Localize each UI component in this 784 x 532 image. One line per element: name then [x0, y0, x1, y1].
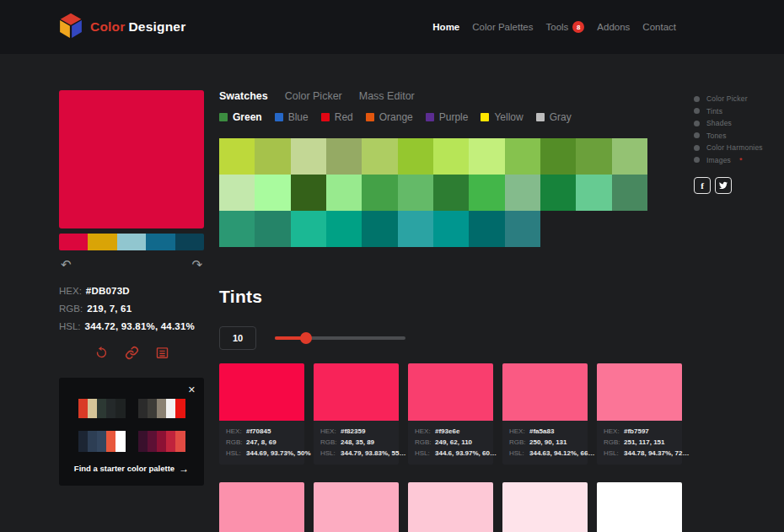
color-family-filter[interactable]: Red	[321, 111, 353, 123]
color-swatch[interactable]	[362, 175, 397, 211]
color-swatch[interactable]	[326, 138, 362, 175]
color-swatch[interactable]	[612, 138, 647, 175]
tint-card[interactable]: HEX:#fb7597 RGB:251, 117, 151 HSL:344.78…	[597, 363, 682, 465]
color-swatch[interactable]	[255, 138, 290, 175]
rotate-reset-icon[interactable]	[94, 346, 109, 360]
color-family-filter[interactable]: Green	[219, 111, 262, 123]
tint-count-input[interactable]	[219, 326, 256, 350]
tint-color	[502, 482, 588, 532]
nav-item[interactable]: Tools 8	[545, 21, 584, 33]
details-list-icon[interactable]	[155, 346, 169, 360]
filter-color-square	[481, 113, 489, 121]
bullet-dot-icon	[694, 157, 700, 163]
color-swatch[interactable]	[469, 211, 504, 247]
tool-list-item[interactable]: Color Harmonies	[694, 142, 778, 154]
color-family-filter[interactable]: Yellow	[481, 111, 523, 123]
color-swatch[interactable]	[219, 175, 255, 211]
close-icon[interactable]: ✕	[188, 384, 196, 395]
color-swatch[interactable]	[469, 138, 504, 175]
starter-palette[interactable]	[138, 431, 185, 452]
tint-count-slider[interactable]	[275, 332, 405, 344]
tint-card[interactable]: HEX:#f82359 RGB:248, 35, 89 HSL:344.79, …	[314, 363, 399, 465]
tab[interactable]: Mass Editor	[359, 90, 415, 102]
rgb-value-row: RGB:219, 7, 61	[59, 300, 204, 318]
palette-color[interactable]	[88, 234, 116, 250]
tool-list-item[interactable]: Images *	[694, 154, 778, 167]
color-swatch[interactable]	[576, 175, 611, 211]
twitter-button[interactable]	[715, 177, 732, 194]
color-swatch[interactable]	[219, 211, 255, 247]
nav-item[interactable]: Home	[432, 22, 459, 32]
palette-color[interactable]	[117, 234, 146, 250]
app-logo[interactable]: ColorDesigner	[59, 13, 185, 42]
hsl-value-row: HSL:344.72, 93.81%, 44.31%	[59, 318, 204, 336]
tint-card[interactable]: HEX:#ffffff	[597, 482, 682, 532]
nav-item[interactable]: Addons	[597, 22, 630, 32]
palette-color[interactable]	[175, 234, 204, 250]
tool-list-item[interactable]: Tints	[694, 105, 778, 118]
tab[interactable]: Swatches	[219, 90, 268, 102]
swatch-row	[219, 138, 682, 175]
tints-section-title: Tints	[219, 287, 682, 307]
palette-stripe	[166, 399, 175, 418]
current-color-swatch[interactable]	[59, 90, 204, 228]
slider-thumb[interactable]	[300, 332, 312, 344]
color-swatch[interactable]	[505, 175, 540, 211]
color-swatch[interactable]	[219, 138, 255, 175]
color-swatch[interactable]	[362, 138, 397, 175]
color-values: HEX:#DB073D RGB:219, 7, 61 HSL:344.72, 9…	[59, 282, 204, 336]
starter-palette[interactable]	[78, 399, 126, 418]
color-swatch[interactable]	[326, 211, 362, 247]
color-family-filter[interactable]: Purple	[426, 111, 469, 123]
color-family-filter[interactable]: Blue	[275, 111, 309, 123]
tint-card[interactable]: HEX:#fb91ac	[219, 482, 304, 532]
color-family-filter[interactable]: Orange	[366, 111, 413, 123]
facebook-button[interactable]: f	[694, 177, 711, 194]
cube-logo-icon	[59, 13, 83, 42]
tab[interactable]: Color Picker	[285, 90, 342, 102]
facebook-icon: f	[701, 180, 704, 191]
palette-stripe	[88, 399, 97, 418]
tint-card[interactable]: HEX:#fcacc1	[314, 482, 399, 532]
color-swatch[interactable]	[505, 138, 540, 175]
tool-list-item[interactable]: Tones	[694, 130, 778, 142]
social-buttons: f	[694, 177, 778, 194]
color-swatch[interactable]	[398, 211, 433, 247]
tool-list-item[interactable]: Color Picker	[694, 93, 778, 105]
tint-card[interactable]: HEX:#f93e6e RGB:249, 62, 110 HSL:344.6, …	[408, 363, 493, 465]
nav-item[interactable]: Contact	[642, 22, 676, 32]
tint-card[interactable]: HEX:#f70845 RGB:247, 8, 69 HSL:344.69, 9…	[219, 363, 304, 465]
color-swatch[interactable]	[612, 175, 647, 211]
undo-icon[interactable]: ↶	[61, 258, 72, 271]
color-swatch[interactable]	[540, 138, 576, 175]
redo-icon[interactable]: ↷	[191, 258, 202, 271]
color-swatch[interactable]	[505, 211, 540, 247]
color-family-filter[interactable]: Gray	[536, 111, 572, 123]
tool-list-item[interactable]: Shades	[694, 117, 778, 130]
color-swatch[interactable]	[326, 175, 362, 211]
palette-color[interactable]	[146, 234, 175, 250]
color-swatch[interactable]	[433, 211, 469, 247]
tint-card[interactable]: HEX:#fee3ea	[502, 482, 588, 532]
nav-item[interactable]: Color Palettes	[472, 22, 533, 32]
color-swatch[interactable]	[255, 175, 290, 211]
color-swatch[interactable]	[362, 211, 397, 247]
tint-card[interactable]: HEX:#fa5a83 RGB:250, 90, 131 HSL:344.63,…	[502, 363, 588, 465]
palette-color[interactable]	[59, 234, 88, 250]
color-swatch[interactable]	[398, 175, 433, 211]
color-swatch[interactable]	[255, 211, 290, 247]
color-swatch[interactable]	[576, 138, 611, 175]
link-icon[interactable]	[125, 346, 139, 360]
color-swatch[interactable]	[291, 211, 326, 247]
color-swatch[interactable]	[291, 175, 326, 211]
starter-palette[interactable]	[78, 431, 126, 452]
color-swatch[interactable]	[433, 138, 469, 175]
color-swatch[interactable]	[291, 138, 326, 175]
find-starter-palette-link[interactable]: Find a starter color palette→	[59, 463, 204, 475]
color-swatch[interactable]	[469, 175, 504, 211]
color-swatch[interactable]	[398, 138, 433, 175]
color-swatch[interactable]	[540, 175, 576, 211]
color-swatch[interactable]	[433, 175, 469, 211]
tint-card[interactable]: HEX:#fdc8d6	[408, 482, 493, 532]
starter-palette[interactable]	[138, 399, 185, 418]
